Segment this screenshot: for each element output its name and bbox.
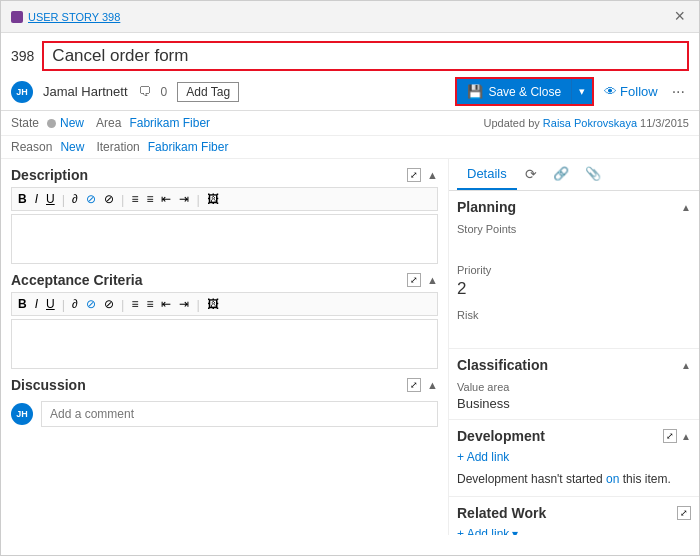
save-close-button[interactable]: 💾 Save & Close xyxy=(457,79,571,104)
save-icon: 💾 xyxy=(467,84,483,99)
discussion-title: Discussion xyxy=(11,377,86,393)
state-label: State xyxy=(11,116,39,130)
acceptance-collapse-icon[interactable]: ▲ xyxy=(427,274,438,286)
ac-toolbar-link3[interactable]: ⊘ xyxy=(101,296,117,312)
save-close-dropdown-button[interactable]: ▾ xyxy=(571,79,592,104)
tab-links[interactable]: 🔗 xyxy=(545,159,577,190)
acceptance-editor[interactable] xyxy=(11,319,438,369)
value-area-label: Value area xyxy=(457,381,691,393)
toolbar-italic[interactable]: I xyxy=(32,191,41,207)
related-work-title: Related Work xyxy=(457,505,546,521)
acceptance-criteria-section: Acceptance Criteria ⤢ ▲ B I U | ∂ ⊘ ⊘ | … xyxy=(11,272,438,369)
classification-section: Classification ▲ Value area Business xyxy=(449,349,699,420)
more-options-button[interactable]: ··· xyxy=(668,79,689,105)
user-story-icon xyxy=(11,11,23,23)
classification-title: Classification xyxy=(457,357,548,373)
planning-title: Planning xyxy=(457,199,516,215)
acceptance-criteria-title: Acceptance Criteria xyxy=(11,272,143,288)
comment-avatar: JH xyxy=(11,403,33,425)
story-points-label: Story Points xyxy=(457,223,691,235)
toolbar-indent1[interactable]: ⇤ xyxy=(158,191,174,207)
ac-toolbar-list1[interactable]: ≡ xyxy=(128,296,141,312)
work-item-title-box[interactable]: Cancel order form xyxy=(42,41,689,71)
risk-label: Risk xyxy=(457,309,691,321)
dev-collapse-icon[interactable]: ▲ xyxy=(681,431,691,442)
planning-collapse-icon[interactable]: ▲ xyxy=(681,202,691,213)
discussion-expand-icon[interactable]: ⤢ xyxy=(407,378,421,392)
dev-status-text: Development hasn't started on this item. xyxy=(457,470,691,488)
acceptance-expand-icon[interactable]: ⤢ xyxy=(407,273,421,287)
follow-icon: 👁 xyxy=(604,84,617,99)
classification-collapse-icon[interactable]: ▲ xyxy=(681,360,691,371)
toolbar-link3[interactable]: ⊘ xyxy=(101,191,117,207)
tab-history[interactable]: ⟳ xyxy=(517,159,545,190)
comment-count: 0 xyxy=(161,85,168,99)
toolbar-bold[interactable]: B xyxy=(15,191,30,207)
risk-value[interactable] xyxy=(457,324,691,340)
description-section: Description ⤢ ▲ B I U | ∂ ⊘ ⊘ | ≡ ≡ ⇤ ⇥ … xyxy=(11,167,438,264)
risk-field: Risk xyxy=(457,309,691,340)
reason-label: Reason xyxy=(11,140,52,154)
add-tag-button[interactable]: Add Tag xyxy=(177,82,239,102)
discussion-section: Discussion ⤢ ▲ JH xyxy=(11,377,438,427)
priority-value[interactable]: 2 xyxy=(457,279,691,299)
work-item-id: 398 xyxy=(11,48,34,64)
toolbar-list1[interactable]: ≡ xyxy=(128,191,141,207)
toolbar-image[interactable]: 🖼 xyxy=(204,191,222,207)
close-button[interactable]: × xyxy=(670,6,689,27)
ac-toolbar-link1[interactable]: ∂ xyxy=(69,296,81,312)
toolbar-list2[interactable]: ≡ xyxy=(143,191,156,207)
ac-toolbar-image[interactable]: 🖼 xyxy=(204,296,222,312)
comment-input[interactable] xyxy=(41,401,438,427)
tab-attachments[interactable]: 📎 xyxy=(577,159,609,190)
ac-toolbar-indent1[interactable]: ⇤ xyxy=(158,296,174,312)
development-section: Development ⤢ ▲ + Add link Development h… xyxy=(449,420,699,497)
description-toolbar: B I U | ∂ ⊘ ⊘ | ≡ ≡ ⇤ ⇥ | 🖼 xyxy=(11,187,438,211)
story-points-value[interactable] xyxy=(457,238,691,254)
ac-toolbar-italic[interactable]: I xyxy=(32,296,41,312)
work-item-type-link[interactable]: USER STORY 398 xyxy=(28,11,670,23)
priority-label: Priority xyxy=(457,264,691,276)
dev-expand-icon[interactable]: ⤢ xyxy=(663,429,677,443)
acceptance-toolbar: B I U | ∂ ⊘ ⊘ | ≡ ≡ ⇤ ⇥ | 🖼 xyxy=(11,292,438,316)
priority-field: Priority 2 xyxy=(457,264,691,299)
description-expand-icon[interactable]: ⤢ xyxy=(407,168,421,182)
state-value[interactable]: New xyxy=(60,116,84,130)
area-value[interactable]: Fabrikam Fiber xyxy=(129,116,210,130)
updated-text: Updated by Raisa Pokrovskaya 11/3/2015 xyxy=(484,117,689,129)
description-title: Description xyxy=(11,167,88,183)
description-editor[interactable] xyxy=(11,214,438,264)
toolbar-link2[interactable]: ⊘ xyxy=(83,191,99,207)
related-add-link[interactable]: + Add link ▾ xyxy=(457,527,691,535)
ac-toolbar-indent2[interactable]: ⇥ xyxy=(176,296,192,312)
tab-details[interactable]: Details xyxy=(457,159,517,190)
ac-toolbar-link2[interactable]: ⊘ xyxy=(83,296,99,312)
iteration-value[interactable]: Fabrikam Fiber xyxy=(148,140,229,154)
state-dot xyxy=(47,119,56,128)
comment-icon: 🗨 xyxy=(138,84,151,99)
reason-value[interactable]: New xyxy=(60,140,84,154)
description-collapse-icon[interactable]: ▲ xyxy=(427,169,438,181)
updated-by-link[interactable]: Raisa Pokrovskaya xyxy=(543,117,637,129)
value-area-value[interactable]: Business xyxy=(457,396,691,411)
ac-toolbar-list2[interactable]: ≡ xyxy=(143,296,156,312)
development-title: Development xyxy=(457,428,545,444)
avatar: JH xyxy=(11,81,33,103)
ac-toolbar-bold[interactable]: B xyxy=(15,296,30,312)
toolbar-indent2[interactable]: ⇥ xyxy=(176,191,192,207)
planning-section: Planning ▲ Story Points Priority 2 Risk xyxy=(449,191,699,349)
related-work-section: Related Work ⤢ + Add link ▾ There are no… xyxy=(449,497,699,535)
author-name: Jamal Hartnett xyxy=(43,84,128,99)
ac-toolbar-underline[interactable]: U xyxy=(43,296,58,312)
iteration-label: Iteration xyxy=(96,140,139,154)
area-label: Area xyxy=(96,116,121,130)
related-expand-icon[interactable]: ⤢ xyxy=(677,506,691,520)
follow-button[interactable]: 👁 Follow xyxy=(598,80,664,103)
discussion-collapse-icon[interactable]: ▲ xyxy=(427,379,438,391)
toolbar-underline[interactable]: U xyxy=(43,191,58,207)
story-points-field: Story Points xyxy=(457,223,691,254)
value-area-field: Value area Business xyxy=(457,381,691,411)
toolbar-link1[interactable]: ∂ xyxy=(69,191,81,207)
dev-add-link[interactable]: + Add link xyxy=(457,450,691,464)
